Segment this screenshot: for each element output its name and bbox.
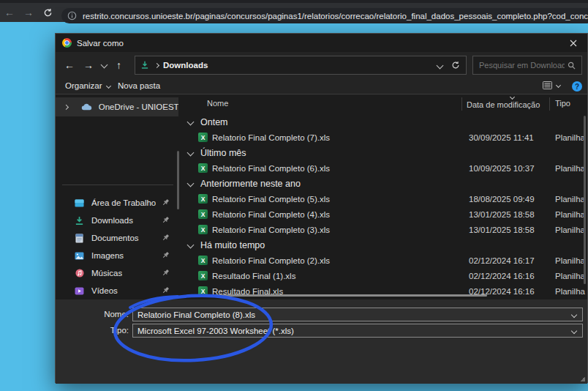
expand-chevron-icon[interactable] <box>64 105 69 110</box>
search-icon[interactable] <box>568 62 576 70</box>
sidebar-item-desktop[interactable]: Área de Trabalho <box>56 194 178 212</box>
horizontal-scrollbar[interactable] <box>197 294 487 297</box>
file-type: Planilha d <box>555 287 587 295</box>
filename-input[interactable] <box>132 308 583 321</box>
file-row[interactable]: Relatorio Final Completo (4).xls 13/01/2… <box>184 206 587 222</box>
close-icon[interactable] <box>567 37 580 50</box>
address-bar[interactable]: restrito.concursos.unioeste.br/paginas/c… <box>61 8 588 23</box>
recent-locations-icon[interactable] <box>101 62 108 69</box>
file-type: Planilha d <box>555 195 587 204</box>
file-name: Relatorio Final Completo (5).xls <box>212 195 330 204</box>
file-type: Planilha d <box>555 210 587 219</box>
sidebar-item-documents[interactable]: Documentos <box>56 229 178 247</box>
refresh-icon[interactable] <box>451 61 460 70</box>
pin-icon[interactable] <box>162 198 170 206</box>
file-row[interactable]: Relatorio Final Completo (6).xls 10/09/2… <box>184 160 587 176</box>
file-date: 02/12/2024 16:16 <box>469 287 535 295</box>
file-type: Planilha d <box>555 133 587 142</box>
excel-file-icon <box>198 194 208 204</box>
sidebar-divider <box>62 185 173 185</box>
file-type: Planilha d <box>555 256 587 265</box>
file-name: Relatorio Final Completo (2).xls <box>212 256 330 265</box>
file-name: Relatorio Final Completo (3).xls <box>212 226 330 234</box>
pin-icon[interactable] <box>162 216 170 224</box>
sidebar-item-downloads[interactable]: Downloads <box>56 212 178 229</box>
downloads-icon <box>74 216 85 226</box>
file-row[interactable]: Relatorio Final Completo (2).xls 02/12/2… <box>184 253 587 268</box>
sort-indicator-icon <box>510 95 515 100</box>
organize-button[interactable]: Organizar <box>65 81 110 90</box>
file-name: Relatorio Final Completo (7).xls <box>212 133 330 142</box>
pin-icon[interactable] <box>162 234 170 242</box>
sidebar-item-music[interactable]: Músicas <box>56 264 178 282</box>
browser-reload-icon[interactable] <box>38 8 57 18</box>
file-row[interactable]: Relatorio Final Completo (5).xls 18/08/2… <box>184 191 587 206</box>
page-info-icon[interactable] <box>67 11 77 21</box>
resize-grip[interactable] <box>580 376 585 381</box>
excel-file-icon <box>198 225 208 234</box>
file-row[interactable]: Relatorio Final Completo (3).xls 13/01/2… <box>184 222 587 237</box>
sidebar-item-label: Vídeos <box>91 286 118 295</box>
music-icon <box>74 269 85 278</box>
filetype-select[interactable]: Microsoft Excel 97-2003 Worksheet (*.xls… <box>132 324 583 338</box>
group-header-ultimo-mes[interactable]: Último mês <box>184 145 587 160</box>
chevron-down-icon <box>187 149 195 157</box>
group-label: Último mês <box>200 148 246 158</box>
chevron-down-icon[interactable] <box>571 327 577 333</box>
dialog-bottom-panel: Nome: Tipo: Microsoft Excel 97-2003 Work… <box>56 299 587 384</box>
vertical-scrollbar[interactable] <box>584 116 586 284</box>
file-browser-area: Nome Data de modificação Tipo OneDrive -… <box>56 95 587 299</box>
column-modified[interactable]: Data de modificação <box>467 100 540 109</box>
sidebar-item-label: OneDrive - UNIOESTE <box>99 103 178 111</box>
navigation-pane: OneDrive - UNIOESTE Área de Trabalho Dow… <box>56 95 180 299</box>
sidebar-item-onedrive[interactable]: OneDrive - UNIOESTE <box>56 97 178 116</box>
chrome-logo-icon <box>62 38 72 48</box>
documents-icon <box>74 234 85 243</box>
search-box[interactable] <box>472 56 582 75</box>
filename-value[interactable] <box>133 310 572 319</box>
filetype-label: Tipo: <box>78 326 129 335</box>
address-dropdown-icon[interactable] <box>437 62 444 69</box>
dialog-titlebar[interactable]: Salvar como <box>56 34 587 52</box>
back-icon[interactable]: ← <box>64 59 75 71</box>
forward-icon[interactable]: → <box>83 59 94 71</box>
excel-file-icon <box>198 133 208 142</box>
file-date: 18/08/2025 09:49 <box>469 195 535 204</box>
browser-forward-icon[interactable]: → <box>19 7 38 18</box>
url-text: restrito.concursos.unioeste.br/paginas/c… <box>83 12 588 21</box>
search-input[interactable] <box>473 61 568 70</box>
help-icon[interactable] <box>572 81 582 92</box>
file-row[interactable]: Relatorio Final Completo (7).xls 30/09/2… <box>184 130 587 145</box>
browser-back-icon[interactable]: ← <box>0 7 19 18</box>
group-header-ontem[interactable]: Ontem <box>184 114 587 130</box>
excel-file-icon <box>198 163 208 173</box>
sidebar-item-pictures[interactable]: Imagens <box>56 247 178 264</box>
breadcrumb-bar[interactable]: Downloads <box>135 56 467 75</box>
file-row[interactable]: Resultado Final (1).xls 02/12/2024 16:16… <box>184 268 587 283</box>
chevron-down-icon <box>187 242 195 249</box>
group-header-ha-muito-tempo[interactable]: Há muito tempo <box>184 237 587 253</box>
sidebar-item-label: Músicas <box>91 269 122 278</box>
pin-icon[interactable] <box>162 286 170 294</box>
group-header-anteriormente[interactable]: Anteriormente neste ano <box>184 176 587 191</box>
view-mode-button[interactable] <box>543 81 560 89</box>
pin-icon[interactable] <box>162 251 170 259</box>
excel-file-icon <box>198 286 208 294</box>
file-name: Relatorio Final Completo (6).xls <box>212 164 330 173</box>
group-label: Ontem <box>200 117 228 127</box>
breadcrumb-location[interactable]: Downloads <box>163 61 208 70</box>
column-name[interactable]: Nome <box>207 99 228 108</box>
up-icon[interactable]: ↑ <box>116 59 121 71</box>
downloads-location-icon <box>140 61 149 70</box>
sidebar-item-videos[interactable]: Vídeos <box>56 282 178 299</box>
new-folder-button[interactable]: Nova pasta <box>118 81 160 90</box>
dialog-title: Salvar como <box>77 39 124 48</box>
file-name: Resultado Final.xls <box>212 287 283 295</box>
onedrive-cloud-icon <box>81 103 92 111</box>
column-type[interactable]: Tipo <box>555 99 570 108</box>
file-row[interactable]: Resultado Final.xls 02/12/2024 16:16 Pla… <box>184 283 587 294</box>
chevron-down-icon[interactable] <box>571 311 577 317</box>
pin-icon[interactable] <box>162 269 170 277</box>
screenshot-root: ← → restrito.concursos.unioeste.br/pagin… <box>0 0 588 391</box>
excel-file-icon <box>198 271 208 280</box>
